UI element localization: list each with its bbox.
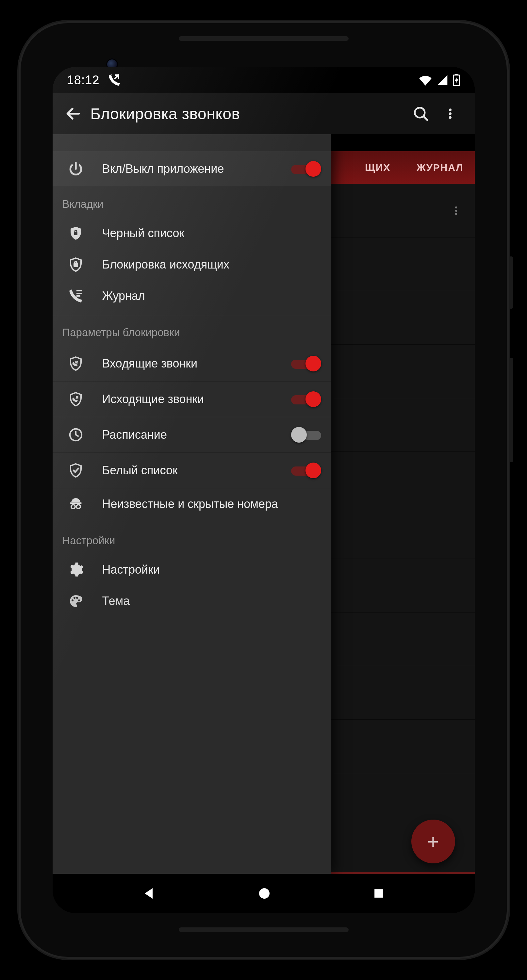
drawer-item-settings[interactable]: Настройки — [53, 554, 331, 585]
drawer-item-label: Расписание — [102, 428, 280, 442]
drawer-item-label: Исходящие звонки — [102, 392, 280, 406]
more-vertical-icon — [444, 107, 457, 120]
drawer-item-outgoing-block[interactable]: Блокировка исходящих — [53, 249, 331, 280]
drawer-item-journal[interactable]: Журнал — [53, 280, 331, 312]
drawer-item-outgoing[interactable]: Исходящие звонки — [53, 382, 331, 417]
search-button[interactable] — [406, 99, 436, 128]
overflow-menu-button[interactable] — [436, 99, 465, 128]
call-forward-icon — [108, 74, 121, 86]
call-log-icon — [68, 288, 84, 304]
app-bar: Блокировка звонков — [53, 93, 475, 134]
shield-incoming-icon — [68, 356, 84, 371]
drawer-item-label: Настройки — [102, 563, 321, 577]
svg-point-16 — [71, 505, 75, 509]
nav-home[interactable] — [256, 886, 272, 901]
drawer-item-label: Журнал — [102, 289, 321, 303]
gear-icon — [68, 562, 84, 578]
power-icon — [68, 161, 84, 177]
svg-point-18 — [259, 888, 269, 899]
search-icon — [412, 105, 429, 122]
svg-rect-12 — [76, 293, 82, 294]
back-button[interactable] — [59, 100, 87, 128]
svg-rect-11 — [76, 290, 82, 291]
svg-rect-1 — [455, 74, 458, 75]
switch-outgoing[interactable] — [291, 391, 321, 408]
tab-journal[interactable]: ЖУРНАЛ — [417, 162, 463, 173]
fab-add[interactable]: + — [411, 819, 455, 863]
nav-recents[interactable] — [371, 886, 386, 900]
drawer-section-tabs: Вкладки — [53, 187, 331, 218]
svg-point-3 — [449, 108, 452, 111]
drawer-item-whitelist[interactable]: Белый список — [53, 453, 331, 488]
switch-app-enable[interactable] — [291, 161, 321, 177]
side-button-power — [509, 256, 513, 309]
svg-rect-19 — [374, 889, 383, 898]
status-bar: 18:12 — [53, 67, 475, 93]
drawer-section-settings: Настройки — [53, 523, 331, 554]
palette-icon — [68, 593, 84, 609]
nav-back[interactable] — [142, 886, 157, 901]
drawer-item-label: Черный список — [102, 226, 321, 240]
shield-outgoing-icon — [68, 391, 84, 407]
battery-charging-icon — [452, 74, 460, 86]
tab-outgoing[interactable]: ЩИХ — [365, 162, 390, 173]
svg-rect-15 — [70, 503, 82, 504]
more-vertical-icon[interactable] — [451, 205, 462, 216]
drawer-section-params: Параметры блокировки — [53, 315, 331, 346]
cellular-icon — [437, 75, 448, 86]
incognito-icon — [68, 496, 84, 512]
drawer-app-toggle[interactable]: Вкл/Выкл приложение — [53, 151, 331, 187]
switch-whitelist[interactable] — [291, 462, 321, 479]
switch-schedule[interactable] — [291, 426, 321, 443]
drawer-item-incoming[interactable]: Входящие звонки — [53, 346, 331, 382]
svg-point-6 — [455, 206, 457, 208]
drawer-item-label: Входящие звонки — [102, 356, 280, 371]
svg-point-8 — [455, 213, 457, 215]
side-button-volume — [509, 358, 513, 462]
svg-rect-9 — [74, 232, 77, 235]
drawer-item-unknown[interactable]: Неизвестные и скрытые номера — [53, 488, 331, 520]
clock-icon — [68, 427, 84, 442]
phone-frame: 18:12 — [19, 21, 509, 959]
page-title: Блокировка звонков — [91, 105, 240, 123]
drawer-item-schedule[interactable]: Расписание — [53, 417, 331, 453]
drawer-item-blacklist[interactable]: Черный список — [53, 218, 331, 249]
svg-point-17 — [76, 505, 80, 509]
svg-rect-13 — [76, 295, 80, 297]
navigation-drawer: Вкл/Выкл приложение Вкладки Черный списо… — [53, 134, 331, 874]
shield-lock-outline-icon — [68, 257, 84, 272]
svg-rect-10 — [74, 263, 77, 267]
status-time: 18:12 — [67, 73, 100, 87]
drawer-item-label: Неизвестные и скрытые номера — [102, 497, 321, 511]
drawer-item-label: Белый список — [102, 463, 280, 477]
drawer-item-theme[interactable]: Тема — [53, 585, 331, 609]
wifi-icon — [419, 75, 432, 86]
shield-check-icon — [68, 463, 84, 478]
android-nav-bar — [53, 874, 475, 913]
svg-point-7 — [455, 209, 457, 212]
svg-point-5 — [449, 116, 452, 119]
shield-lock-icon — [68, 225, 84, 241]
switch-incoming[interactable] — [291, 355, 321, 372]
plus-icon: + — [427, 830, 439, 853]
svg-point-4 — [449, 112, 452, 115]
drawer-item-label: Тема — [102, 594, 321, 608]
drawer-item-label: Блокировка исходящих — [102, 258, 321, 272]
drawer-app-toggle-label: Вкл/Выкл приложение — [102, 162, 280, 176]
